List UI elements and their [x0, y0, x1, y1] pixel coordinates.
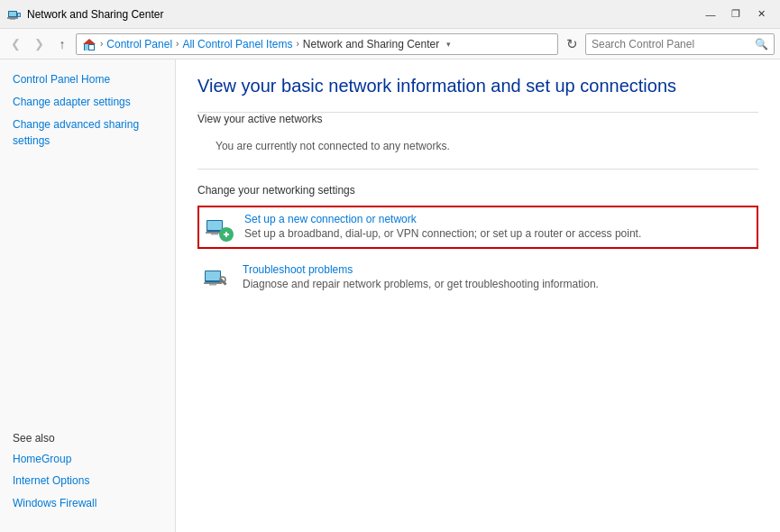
main-content: Control Panel Home Change adapter settin…: [0, 60, 780, 532]
minimize-button[interactable]: —: [699, 5, 722, 23]
svg-rect-2: [7, 17, 18, 19]
svg-rect-5: [18, 14, 20, 16]
svg-rect-1: [9, 12, 16, 16]
forward-button[interactable]: ❯: [29, 34, 49, 54]
troubleshoot-text: Troubleshoot problems Diagnose and repai…: [243, 263, 599, 290]
new-connection-desc: Set up a broadband, dial-up, or VPN conn…: [244, 227, 641, 240]
sidebar-internet-options-link[interactable]: Internet Options: [13, 470, 162, 491]
svg-rect-13: [211, 234, 218, 235]
svg-rect-20: [209, 284, 216, 286]
troubleshoot-link[interactable]: Troubleshoot problems: [243, 263, 599, 276]
sidebar-windows-firewall-link[interactable]: Windows Firewall: [13, 492, 162, 514]
close-button[interactable]: ✕: [749, 5, 773, 23]
nav-bar: ❮ ❯ ↑ › Control Panel › All Control Pane…: [0, 29, 780, 60]
troubleshoot-icon: [203, 263, 232, 292]
title-bar: Network and Sharing Center — ❐ ✕: [0, 0, 780, 29]
up-button[interactable]: ↑: [52, 34, 72, 54]
sidebar-link-control-panel-home[interactable]: Control Panel Home: [0, 69, 175, 91]
refresh-button[interactable]: ↻: [562, 34, 582, 54]
search-box: 🔍: [585, 33, 775, 55]
svg-rect-19: [204, 282, 222, 284]
svg-rect-18: [206, 271, 220, 280]
networking-settings-section: Change your networking settings: [197, 184, 758, 299]
svg-rect-3: [10, 19, 15, 20]
content-area: View your basic network information and …: [176, 60, 780, 532]
breadcrumb-dropdown-icon[interactable]: ▾: [446, 40, 451, 49]
new-connection-icon: [205, 213, 234, 242]
sep2: ›: [176, 39, 179, 49]
breadcrumb-control-panel[interactable]: Control Panel: [106, 38, 172, 50]
search-icon[interactable]: 🔍: [755, 38, 768, 50]
troubleshoot-item[interactable]: Troubleshoot problems Diagnose and repai…: [197, 256, 758, 299]
networking-settings-heading: Change your networking settings: [197, 184, 758, 197]
breadcrumb-home-icon: [82, 37, 96, 51]
window-icon: [7, 7, 22, 22]
breadcrumb-current: Network and Sharing Center: [303, 38, 439, 50]
svg-rect-11: [207, 221, 222, 230]
svg-rect-16: [225, 232, 227, 237]
svg-marker-9: [83, 39, 96, 44]
content-title: View your basic network information and …: [197, 74, 758, 97]
active-networks-heading: View your active networks: [197, 113, 758, 125]
new-connection-text: Set up a new connection or network Set u…: [244, 213, 641, 240]
breadcrumb-bar: › Control Panel › All Control Panel Item…: [76, 33, 558, 55]
svg-rect-7: [85, 44, 88, 50]
active-networks-section: View your active networks You are curren…: [197, 113, 758, 170]
sidebar: Control Panel Home Change adapter settin…: [0, 60, 176, 532]
window-controls: — ❐ ✕: [699, 5, 773, 23]
window-title: Network and Sharing Center: [27, 8, 699, 21]
see-also-section: See also HomeGroup Internet Options Wind…: [0, 423, 175, 523]
sidebar-link-change-adapter[interactable]: Change adapter settings: [0, 91, 175, 114]
back-button[interactable]: ❮: [5, 34, 25, 54]
restore-button[interactable]: ❐: [724, 5, 748, 23]
new-connection-item[interactable]: Set up a new connection or network Set u…: [197, 206, 758, 249]
no-network-text: You are currently not connected to any n…: [197, 133, 758, 160]
svg-rect-8: [89, 45, 94, 50]
sep3: ›: [296, 39, 298, 49]
sidebar-homegroup-link[interactable]: HomeGroup: [13, 448, 162, 470]
sidebar-link-change-advanced[interactable]: Change advanced sharingsettings: [0, 114, 175, 151]
search-input[interactable]: [592, 38, 755, 50]
breadcrumb-all-items[interactable]: All Control Panel Items: [182, 38, 292, 50]
troubleshoot-desc: Diagnose and repair network problems, or…: [243, 278, 599, 290]
new-connection-link[interactable]: Set up a new connection or network: [244, 213, 641, 225]
sep1: ›: [100, 39, 103, 49]
see-also-title: See also: [13, 432, 162, 445]
